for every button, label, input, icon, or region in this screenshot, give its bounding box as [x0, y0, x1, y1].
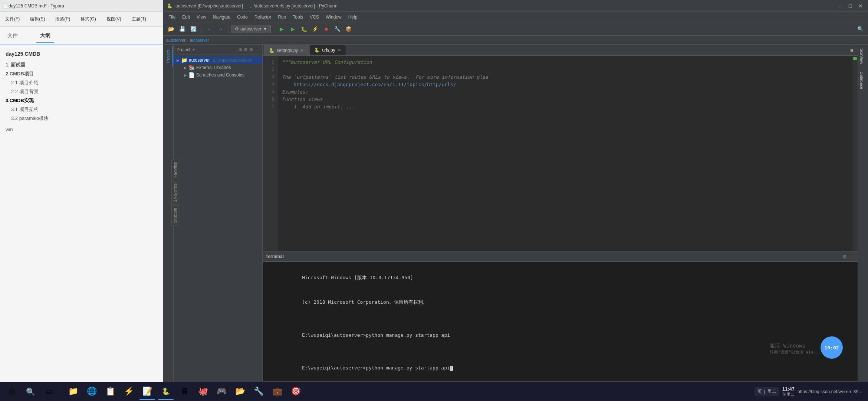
outline-item-2[interactable]: 2.1 项目介绍: [6, 78, 157, 87]
favorites-tab-1[interactable]: Favorites: [171, 160, 179, 180]
code-line-4: https://docs.djangoproject.com/en/1.11/t…: [282, 81, 848, 88]
clock-time: 10:02: [824, 345, 839, 351]
search-button[interactable]: 🔍: [22, 384, 39, 400]
minimize-panel-icon[interactable]: —: [255, 47, 259, 52]
breadcrumb-project[interactable]: autoserver: [166, 38, 185, 42]
tab-settings-close[interactable]: ✕: [300, 48, 304, 53]
tree-item-autoserver[interactable]: ▶ 📁 autoserver E:\wupeiqi\autoserver: [174, 56, 262, 64]
taskbar-extra-3[interactable]: 🎯: [287, 384, 304, 400]
back-button[interactable]: ←: [204, 24, 214, 34]
dropdown-arrow-icon: ▼: [263, 26, 267, 32]
taskbar-vscode[interactable]: 🖥: [176, 384, 193, 400]
menu-file[interactable]: File: [165, 13, 178, 21]
systray-date: 英里二: [782, 392, 795, 397]
debug-coverage-button[interactable]: ⚡: [310, 24, 320, 34]
start-button[interactable]: ⊞: [4, 384, 20, 400]
favorites-tab-2[interactable]: 2 Favorites: [171, 181, 179, 204]
terminal-header-actions: ⚙ —: [842, 254, 855, 260]
taskbar-github[interactable]: 🐙: [195, 384, 211, 400]
project-side-tab[interactable]: Project: [164, 46, 172, 66]
task-view-button[interactable]: 🗂: [41, 384, 57, 400]
tab-urls-close[interactable]: ✕: [338, 48, 341, 53]
maximize-button[interactable]: □: [846, 2, 854, 10]
settings-icon[interactable]: ⚙: [244, 47, 248, 52]
taskbar-typora[interactable]: 📝: [139, 384, 155, 400]
editor-layout-button[interactable]: ⊞: [846, 46, 856, 55]
taskbar-extra-1[interactable]: 🔧: [250, 384, 267, 400]
menu-run[interactable]: Run: [275, 13, 289, 21]
code-editor[interactable]: """autoserver URL Configuration The `url…: [277, 56, 852, 251]
typora-menu-edit[interactable]: 编辑(E): [29, 15, 46, 23]
menu-vcs[interactable]: VCS: [307, 13, 322, 21]
minimize-button[interactable]: ─: [836, 2, 844, 10]
run-button[interactable]: ▶: [277, 24, 287, 34]
line-3: 3: [263, 74, 277, 81]
typora-window: 📄 day125 CMDB.md* - Typora 文件(F) 编辑(E) 段…: [0, 0, 163, 401]
typora-menu-format[interactable]: 格式(O): [79, 15, 97, 23]
locate-icon[interactable]: ⊕: [239, 47, 242, 52]
menu-code[interactable]: Code: [234, 13, 251, 21]
typora-menu-theme[interactable]: 主题(T): [130, 15, 148, 23]
run-config-dropdown[interactable]: ⚙ autoserver ▼: [231, 25, 271, 33]
outline-item-4[interactable]: 3.CMDB实现: [6, 96, 157, 105]
scaview-tab[interactable]: ScaView: [858, 45, 868, 68]
forward-button[interactable]: →: [216, 24, 225, 34]
systray-clock[interactable]: 11:47 英里二: [782, 386, 795, 397]
typora-tab-file[interactable]: 文件: [4, 29, 22, 42]
scratch-icon: 📄: [188, 72, 195, 78]
terminal-settings-icon[interactable]: ⚙: [842, 254, 847, 260]
python-file-icon: 🐍: [269, 48, 274, 53]
gear-icon[interactable]: ⚙: [249, 47, 253, 52]
save-button[interactable]: 💾: [177, 24, 187, 34]
database-tab[interactable]: Database: [858, 68, 868, 93]
terminal-minimize-icon[interactable]: —: [849, 254, 855, 260]
build-tool-button[interactable]: 📦: [344, 24, 354, 34]
typora-title-text: day125 CMDB.md* - Typora: [9, 3, 64, 9]
close-button[interactable]: ✕: [857, 2, 864, 10]
terminal-line-3: [267, 315, 853, 323]
typora-menu-file[interactable]: 文件(F): [4, 15, 21, 23]
tab-urls-py[interactable]: 🐍 urls.py ✕: [309, 45, 346, 55]
tree-item-scratches[interactable]: ▶ 📄 Scratches and Consoles: [174, 71, 262, 79]
open-folder-button[interactable]: 📂: [166, 24, 176, 34]
editor-area: 🐍 settings.py ✕ 🐍 urls.py ✕ ⊞ 1 2: [263, 45, 858, 392]
taskbar-terminal[interactable]: ⚡: [121, 384, 137, 400]
toolbar-sep-2: [228, 25, 228, 33]
sync-button[interactable]: 🔄: [188, 24, 198, 34]
outline-item-3[interactable]: 2.2 项目背景: [6, 87, 157, 96]
tree-item-external-libs[interactable]: ▶ 📚 External Libraries: [174, 64, 262, 71]
toolbar-sep-3: [274, 25, 274, 33]
typora-menu-para[interactable]: 段落(P): [54, 15, 72, 23]
menu-help[interactable]: Help: [345, 13, 361, 21]
stop-button[interactable]: ■: [322, 24, 331, 34]
debug-button[interactable]: 🐛: [299, 24, 309, 34]
breadcrumb-module[interactable]: autoserver: [190, 38, 209, 42]
outline-item-5[interactable]: 3.1 项目架构: [6, 105, 157, 114]
profile-button[interactable]: 🔧: [333, 24, 342, 34]
outline-item-0[interactable]: 1. 面试题: [6, 61, 157, 69]
taskbar-file-explorer[interactable]: 📁: [65, 384, 81, 400]
taskbar-extra-2[interactable]: 💼: [269, 384, 285, 400]
taskbar-manager[interactable]: 📂: [232, 384, 248, 400]
typora-menu-view[interactable]: 视图(V): [105, 15, 123, 23]
structure-tab[interactable]: Structure: [171, 205, 179, 226]
taskbar-notes[interactable]: 📋: [102, 384, 118, 400]
menu-view[interactable]: View: [194, 13, 209, 21]
taskbar-game[interactable]: 🎮: [213, 384, 230, 400]
menu-navigate[interactable]: Navigate: [210, 13, 233, 21]
taskbar-pycharm[interactable]: 🐍: [158, 384, 174, 400]
menu-edit[interactable]: Edit: [179, 13, 193, 21]
menu-refactor[interactable]: Refactor: [251, 13, 274, 21]
menu-window[interactable]: Window: [323, 13, 345, 21]
menu-tools[interactable]: Tools: [290, 13, 306, 21]
search-everywhere-button[interactable]: 🔍: [855, 24, 865, 34]
editor-scrollbar[interactable]: [852, 56, 858, 251]
typora-tab-outline[interactable]: 大纲: [36, 29, 54, 43]
run-coverage-button[interactable]: ▶: [288, 24, 298, 34]
taskbar-edge[interactable]: 🌐: [83, 384, 100, 400]
code-line-2: [282, 66, 848, 74]
terminal-content[interactable]: Microsoft Windows [版本 10.0.17134.950] (c…: [263, 262, 858, 381]
outline-item-1[interactable]: 2.CMDB项目: [6, 69, 157, 78]
tab-settings-py[interactable]: 🐍 settings.py ✕: [264, 45, 309, 55]
outline-item-6[interactable]: 3.2 paramiko模块: [6, 114, 157, 123]
